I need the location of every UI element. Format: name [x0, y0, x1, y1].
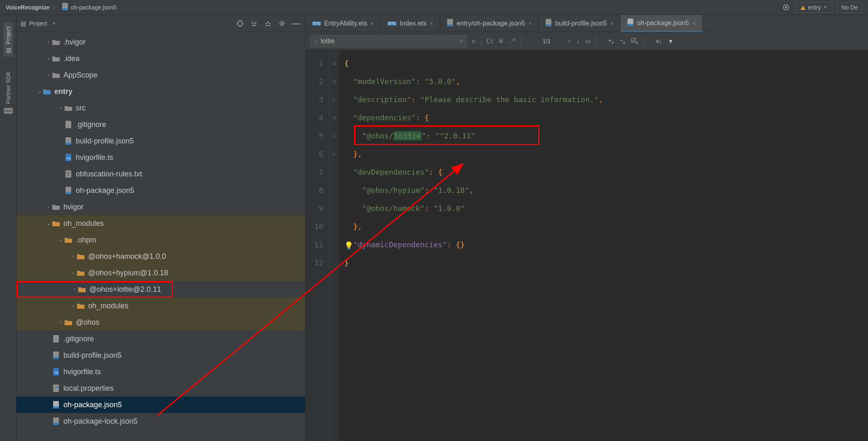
project-view-icon: ▤ [21, 20, 26, 27]
json5-file-icon [627, 18, 634, 28]
breadcrumb-file[interactable]: oh-package.json5 [62, 2, 117, 12]
chevron-right-icon[interactable]: › [70, 270, 77, 276]
tree-node-oh-modules-inner[interactable]: › oh_modules [16, 298, 305, 314]
tree-node-idea[interactable]: › .idea [16, 50, 305, 67]
chevron-right-icon[interactable]: › [71, 286, 78, 292]
prev-match-icon[interactable]: ↑ [568, 38, 571, 45]
editor-tab-entryability[interactable]: ETS EntryAbility.ets × [306, 15, 381, 32]
tree-node-hvigorfile[interactable]: TS hvigorfile.ts [16, 149, 305, 166]
tree-node-local-properties[interactable]: local.properties [16, 380, 305, 396]
tree-node-oh-modules[interactable]: ⌄ oh_modules [16, 215, 305, 232]
tree-node-lottie[interactable]: › @ohos+lottie@2.0.11 [16, 281, 173, 298]
tree-node-build-profile[interactable]: build-profile.json5 [16, 133, 305, 149]
chevron-right-icon[interactable]: › [45, 39, 52, 45]
library-folder-icon [64, 236, 72, 244]
chevron-right-icon[interactable]: › [70, 303, 77, 309]
chevron-down-icon[interactable]: ⌄ [45, 220, 52, 226]
code-body[interactable]: 💡 { "modelVersion": "5.0.0", "descriptio… [339, 50, 868, 441]
chevron-right-icon[interactable]: › [58, 319, 64, 325]
clear-icon[interactable]: × [460, 38, 463, 45]
tree-node-appscope[interactable]: › AppScope [16, 67, 305, 83]
chevron-right-icon[interactable]: › [70, 253, 77, 259]
editor-tab-build-profile[interactable]: build-profile.json5 × [539, 15, 621, 32]
svg-rect-14 [65, 143, 71, 145]
code-editor[interactable]: 123 456 789 101112 ⊟⊟⊢⊟⊢⊢ 💡 { "modelVers… [306, 50, 868, 441]
find-history-icon[interactable]: ↻ [472, 37, 476, 45]
fold-gutter[interactable]: ⊟⊟⊢⊟⊢⊢ [329, 50, 339, 441]
library-folder-icon [77, 269, 85, 277]
close-icon[interactable]: × [528, 20, 532, 27]
tree-node-src[interactable]: › src [16, 100, 305, 116]
next-match-icon[interactable]: ↓ [576, 38, 579, 45]
close-icon[interactable]: × [610, 20, 614, 27]
target-icon[interactable] [781, 2, 791, 12]
whole-word-toggle[interactable]: W [499, 37, 503, 45]
side-tab-partner-sdk[interactable]: SDK Partner SDK [3, 68, 13, 118]
tree-node-root-gitignore[interactable]: .gitignore [16, 331, 305, 347]
breadcrumb-root[interactable]: VoiceRecognize [6, 4, 49, 11]
find-bar: ⌕ × ↻ Cc W .* 1/1 ↑ ↓ ▭ +II −II ☑II ≡↓ ▼ [306, 32, 868, 50]
intention-bulb-icon[interactable]: 💡 [344, 237, 353, 255]
properties-file-icon [52, 384, 60, 392]
svg-rect-23 [53, 335, 59, 342]
locate-file-icon[interactable] [235, 19, 245, 28]
tree-node-hypium[interactable]: › @ohos+hypium@1.0.18 [16, 265, 305, 281]
chevron-down-icon[interactable]: ⌄ [36, 89, 43, 94]
regex-toggle[interactable]: .* [508, 37, 516, 45]
tree-node-root-oh-package-lock[interactable]: oh-package-lock.json5 [16, 413, 305, 429]
svg-text:TS: TS [54, 371, 58, 375]
side-tab-project[interactable]: ▤ Project [3, 23, 13, 57]
svg-rect-39 [546, 24, 551, 26]
svg-point-11 [281, 22, 283, 24]
project-panel-title[interactable]: ▤ Project ▼ [21, 20, 56, 27]
tree-node-hvigor[interactable]: › hvigor [16, 199, 305, 215]
tree-node-hamock[interactable]: › @ohos+hamock@1.0.0 [16, 248, 305, 265]
run-config-select[interactable]: entry ▼ [795, 2, 833, 13]
separator [595, 36, 596, 46]
tree-node-root-build-profile[interactable]: build-profile.json5 [16, 347, 305, 364]
editor-tab-index[interactable]: ETS Index.ets × [381, 15, 440, 32]
project-tree[interactable]: › .hvigor › .idea › AppScope ⌄ entry › s… [16, 32, 305, 441]
select-all-icon[interactable]: ☑II [631, 37, 638, 45]
separator [481, 36, 481, 46]
line-number-gutter: 123 456 789 101112 [306, 50, 329, 441]
close-icon[interactable]: × [692, 20, 695, 26]
gitignore-file-icon [52, 335, 60, 343]
close-icon[interactable]: × [430, 20, 433, 27]
svg-point-3 [785, 6, 787, 8]
hide-panel-icon[interactable]: — [291, 19, 301, 28]
editor-tab-strip: ETS EntryAbility.ets × ETS Index.ets × e… [306, 15, 868, 32]
match-case-toggle[interactable]: Cc [486, 37, 494, 45]
device-button[interactable]: No De [837, 2, 862, 13]
tree-node-ohpm[interactable]: ⌄ .ohpm [16, 232, 305, 248]
tree-node-entry-oh-package[interactable]: oh-package.json5 [16, 182, 305, 199]
chevron-right-icon[interactable]: › [45, 56, 52, 61]
folder-icon [64, 104, 72, 112]
expand-all-icon[interactable] [249, 19, 259, 28]
tree-node-obfuscation[interactable]: obfuscation-rules.txt [16, 166, 305, 182]
filter-icon[interactable]: ▼ [668, 38, 674, 45]
tree-node-root-oh-package[interactable]: oh-package.json5 [16, 396, 305, 413]
folder-icon [52, 38, 60, 46]
settings-icon[interactable] [277, 19, 287, 28]
tree-node-gitignore[interactable]: .gitignore [16, 116, 305, 133]
chevron-right-icon[interactable]: › [58, 105, 64, 111]
svg-rect-28 [53, 385, 59, 392]
collapse-all-icon[interactable] [263, 19, 273, 28]
close-icon[interactable]: × [371, 20, 374, 27]
remove-selection-icon[interactable]: −II [619, 37, 625, 45]
tree-node-entry[interactable]: ⌄ entry [16, 83, 305, 100]
chevron-down-icon[interactable]: ⌄ [58, 237, 64, 243]
tree-node-root-hvigorfile[interactable]: TS hvigorfile.ts [16, 364, 305, 380]
select-all-occurrences-icon[interactable]: ▭ [585, 38, 590, 45]
filter-settings-icon[interactable]: ≡↓ [656, 38, 662, 45]
editor-tab-oh-package[interactable]: oh-package.json5 × [621, 15, 703, 32]
tree-node-ohos[interactable]: › @ohos [16, 314, 305, 331]
chevron-right-icon[interactable]: › [45, 72, 52, 78]
add-selection-icon[interactable]: +II [608, 37, 614, 45]
chevron-right-icon[interactable]: › [45, 204, 52, 210]
editor-tab-entry-oh-package[interactable]: entry/oh-package.json5 × [440, 15, 539, 32]
find-count: 1/1 [543, 38, 551, 45]
find-input[interactable] [321, 38, 457, 45]
tree-node-hvigor-hidden[interactable]: › .hvigor [16, 34, 305, 50]
